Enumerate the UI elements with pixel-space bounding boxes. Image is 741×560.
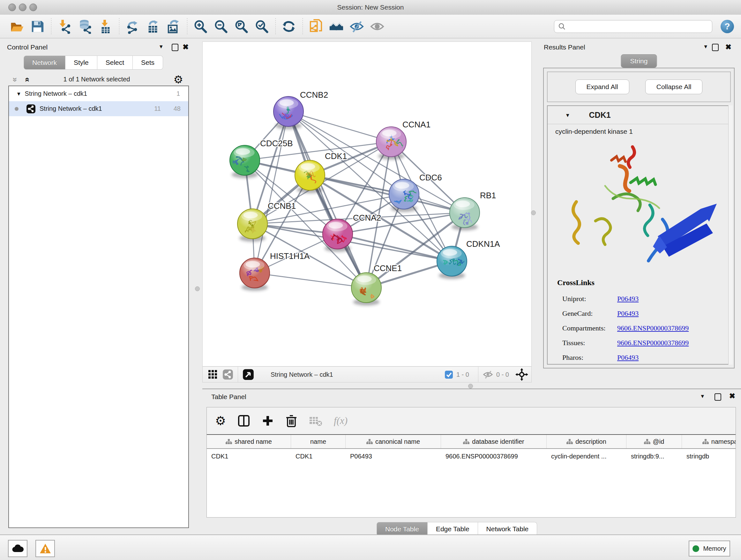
panel-menu-icon[interactable]: ▾ [159, 43, 163, 50]
gene-collapse-icon[interactable]: ▾ [566, 111, 569, 119]
gene-section-header[interactable]: ▾ CDK1 [548, 106, 730, 124]
network-node-CDC25B[interactable] [230, 145, 260, 178]
save-session-icon[interactable] [29, 18, 46, 35]
network-collection-row[interactable]: ▾ String Network – cdk1 1 [9, 86, 188, 101]
birdseye-view-icon[interactable] [243, 369, 254, 380]
panel-float-icon[interactable] [712, 44, 719, 53]
clone-network-icon[interactable] [307, 18, 325, 35]
tab-edge-table[interactable]: Edge Table [428, 522, 478, 536]
add-column-icon[interactable] [262, 415, 274, 427]
show-columns-icon[interactable] [238, 415, 250, 427]
network-node-CCNB2[interactable] [273, 97, 304, 129]
crosslink-link[interactable]: P06493 [617, 354, 638, 362]
column-header-namespace[interactable]: namespace [682, 435, 736, 448]
network-row[interactable]: String Network – cdk1 11 48 [9, 101, 188, 116]
panel-float-icon[interactable] [715, 393, 721, 402]
import-table-file-icon[interactable] [97, 18, 114, 35]
network-options-gear-icon[interactable]: ⚙ [174, 74, 183, 85]
zoom-fit-icon[interactable] [232, 18, 250, 35]
refresh-layout-icon[interactable] [280, 18, 297, 35]
panel-close-icon[interactable]: ✖ [725, 43, 731, 51]
export-image-icon[interactable] [165, 18, 182, 35]
tab-sets[interactable]: Sets [133, 56, 163, 70]
help-button[interactable]: ? [721, 20, 734, 33]
network-node-RB1[interactable] [450, 198, 480, 231]
collection-label: String Network – cdk1 [25, 90, 87, 98]
tab-string[interactable]: String [621, 54, 657, 68]
table-row[interactable]: CDK1CDK1P064939606.ENSP00000378699cyclin… [207, 449, 736, 463]
column-header-label: @id [653, 438, 664, 445]
expand-all-button[interactable]: Expand All [576, 79, 629, 94]
column-header-name[interactable]: name [291, 435, 346, 448]
hidden-eye-icon[interactable] [483, 369, 493, 380]
panel-menu-icon[interactable]: ▾ [701, 392, 704, 400]
show-graphics-icon[interactable] [368, 18, 386, 35]
network-node-CCNA1[interactable] [376, 127, 406, 160]
export-network-icon[interactable] [124, 18, 141, 35]
network-node-CCNE1[interactable] [351, 273, 381, 306]
column-header-database-identifier[interactable]: database identifier [441, 435, 547, 448]
tab-select[interactable]: Select [97, 56, 133, 70]
tab-network[interactable]: Network [23, 56, 65, 70]
home-icon[interactable] [328, 18, 345, 35]
left-splitter-handle[interactable] [195, 287, 200, 291]
grid-view-icon[interactable] [208, 369, 218, 380]
network-node-CDKN1A[interactable] [437, 246, 467, 279]
table-cell[interactable]: stringdb:9... [626, 449, 682, 463]
zoom-in-icon[interactable] [192, 18, 209, 35]
import-network-file-icon[interactable] [56, 18, 73, 35]
import-network-database-icon[interactable] [76, 18, 93, 35]
tab-style[interactable]: Style [65, 56, 97, 70]
network-edge[interactable] [288, 111, 366, 288]
tab-node-table[interactable]: Node Table [377, 522, 428, 536]
crosslink-link[interactable]: P06493 [617, 295, 638, 303]
panel-menu-icon[interactable]: ▾ [704, 43, 707, 50]
column-header-shared-name[interactable]: shared name [207, 435, 291, 448]
network-edge[interactable] [288, 111, 391, 142]
birdseye-toggle-crosshair-icon[interactable] [515, 368, 528, 381]
network-edge[interactable] [255, 111, 288, 273]
hide-graphics-icon[interactable] [348, 18, 365, 35]
collapse-all-button[interactable]: Collapse All [645, 79, 703, 94]
column-header-description[interactable]: description [547, 435, 626, 448]
table-cell[interactable]: CDK1 [207, 449, 291, 463]
search-input[interactable] [566, 21, 712, 32]
export-table-icon[interactable] [144, 18, 161, 35]
collection-collapse-icon[interactable]: ▾ [17, 90, 20, 98]
zoom-selected-icon[interactable] [253, 18, 270, 35]
panel-close-icon[interactable]: ✖ [729, 392, 735, 400]
selected-checkbox-icon[interactable] [445, 370, 453, 379]
table-cell[interactable]: P06493 [346, 449, 441, 463]
network-canvas[interactable]: CCNB2CCNA1CDC25BCDK1CDC6RB1CCNB1CCNA2CDK… [202, 42, 532, 367]
panel-float-icon[interactable] [172, 44, 179, 53]
crosslink-link[interactable]: 9606.ENSP00000378699 [617, 324, 689, 332]
delete-column-icon[interactable] [285, 415, 297, 427]
results-scrollbar[interactable] [728, 105, 733, 365]
network-node-CCNA2[interactable] [323, 219, 353, 252]
network-node-CDC6[interactable] [389, 179, 419, 212]
table-cell[interactable]: stringdb [682, 449, 736, 463]
table-options-gear-icon[interactable]: ⚙ [215, 415, 226, 427]
network-node-CCNB1[interactable] [238, 209, 267, 242]
table-cell[interactable]: cyclin-dependent ... [547, 449, 626, 463]
cloud-status-button[interactable] [8, 540, 27, 557]
memory-button[interactable]: Memory [689, 541, 730, 557]
panel-close-icon[interactable]: ✖ [183, 43, 189, 51]
column-header-@id[interactable]: @id [626, 435, 682, 448]
horizontal-splitter-handle[interactable] [468, 384, 473, 388]
crosslink-link[interactable]: 9606.ENSP00000378699 [617, 339, 689, 347]
network-graph[interactable]: CCNB2CCNA1CDC25BCDK1CDC6RB1CCNB1CCNA2CDK… [203, 42, 531, 366]
network-node-CDK1[interactable] [295, 160, 325, 193]
tab-network-table[interactable]: Network Table [478, 522, 537, 536]
network-node-HIST1H1A[interactable] [240, 258, 270, 291]
network-share-icon[interactable] [222, 369, 233, 380]
table-cell[interactable]: CDK1 [291, 449, 346, 463]
column-header-canonical-name[interactable]: canonical name [346, 435, 441, 448]
crosslink-link[interactable]: P06493 [617, 309, 638, 318]
zoom-out-icon[interactable] [212, 18, 229, 35]
open-session-icon[interactable] [8, 18, 25, 35]
warnings-button[interactable] [36, 540, 55, 557]
table-cell[interactable]: 9606.ENSP00000378699 [441, 449, 547, 463]
right-splitter-handle[interactable] [531, 210, 536, 215]
network-edge[interactable] [255, 273, 366, 288]
